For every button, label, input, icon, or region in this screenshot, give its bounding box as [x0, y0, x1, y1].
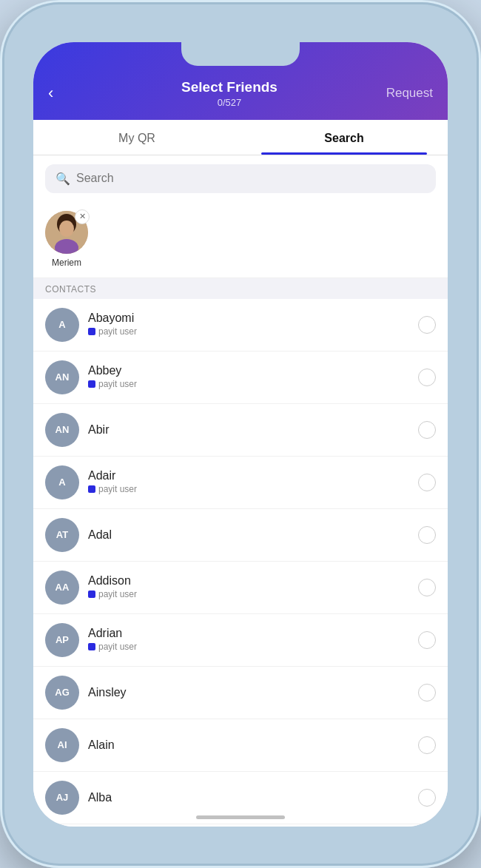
- contact-avatar: AA: [45, 571, 79, 605]
- contacts-list[interactable]: AAbayomipayit userANAbbeypayit userANAbi…: [33, 299, 448, 827]
- contact-name: Ainsley: [88, 686, 409, 699]
- contact-name: Adair: [88, 469, 409, 482]
- contact-select-radio[interactable]: [418, 421, 436, 439]
- contact-row[interactable]: APAdrianpayit user: [33, 614, 448, 667]
- payit-badge: payit user: [88, 589, 137, 599]
- payit-label: payit user: [98, 484, 137, 494]
- contact-avatar: AI: [45, 728, 79, 762]
- contact-select-radio[interactable]: [418, 369, 436, 386]
- payit-badge: payit user: [88, 379, 137, 389]
- contact-avatar: AG: [45, 676, 79, 710]
- contact-row[interactable]: AGAinsley: [33, 667, 448, 719]
- tab-my-qr[interactable]: My QR: [33, 120, 240, 155]
- payit-label: payit user: [98, 589, 137, 599]
- contact-avatar: AN: [45, 360, 79, 394]
- search-container: 🔍: [33, 155, 448, 202]
- contact-name: Adal: [88, 528, 409, 542]
- contact-select-radio[interactable]: [418, 474, 436, 491]
- contact-info: Adrianpayit user: [88, 627, 409, 653]
- payit-badge: payit user: [88, 642, 137, 652]
- contact-avatar: AN: [45, 413, 79, 447]
- payit-dot: [88, 643, 95, 650]
- contact-row[interactable]: AAbayomipayit user: [33, 299, 448, 351]
- contact-name: Abir: [88, 423, 409, 437]
- contacts-section-label: CONTACTS: [33, 278, 448, 299]
- payit-badge: payit user: [88, 484, 137, 494]
- contact-info: Addisonpayit user: [88, 574, 409, 601]
- contact-select-radio[interactable]: [418, 736, 436, 754]
- contact-info: Ainsley: [88, 686, 409, 699]
- contact-name: Abayomi: [88, 312, 409, 325]
- contact-avatar: A: [45, 465, 79, 499]
- payit-label: payit user: [98, 379, 137, 389]
- svg-point-2: [59, 221, 74, 237]
- contact-select-radio[interactable]: [418, 526, 436, 544]
- contact-name: Addison: [88, 574, 409, 588]
- remove-friend-button[interactable]: ✕: [75, 209, 90, 224]
- selected-friends-section: ✕ Meriem: [33, 202, 448, 278]
- contact-name: Alba: [88, 791, 409, 804]
- payit-label: payit user: [98, 326, 137, 337]
- selected-friend-item: ✕ Meriem: [45, 211, 88, 268]
- contact-avatar: A: [45, 308, 79, 342]
- payit-dot: [88, 380, 95, 388]
- back-button[interactable]: ‹: [48, 84, 78, 103]
- contact-avatar: AJ: [45, 781, 79, 815]
- search-input[interactable]: [76, 172, 426, 185]
- phone-shell: ‹ Select Friends 0/527 Request My QR Sea…: [0, 0, 481, 868]
- header-title: Select Friends: [78, 79, 381, 95]
- contact-name: Abbey: [88, 364, 409, 377]
- header-center: Select Friends 0/527: [78, 79, 381, 108]
- payit-dot: [88, 591, 95, 598]
- header-subtitle: 0/527: [78, 97, 381, 108]
- search-icon: 🔍: [56, 172, 70, 186]
- contact-select-radio[interactable]: [418, 316, 436, 334]
- search-bar: 🔍: [45, 164, 436, 193]
- payit-dot: [88, 328, 95, 335]
- contact-select-radio[interactable]: [418, 684, 436, 702]
- selected-friend-name: Meriem: [45, 258, 88, 268]
- home-indicator: [196, 815, 285, 819]
- contact-select-radio[interactable]: [418, 631, 436, 649]
- app-container: ‹ Select Friends 0/527 Request My QR Sea…: [33, 42, 448, 827]
- payit-dot: [88, 485, 95, 493]
- contact-info: Alain: [88, 739, 409, 752]
- contact-row[interactable]: ANAbbeypayit user: [33, 351, 448, 404]
- tab-search[interactable]: Search: [240, 120, 448, 155]
- contact-info: Alba: [88, 791, 409, 804]
- contact-name: Adrian: [88, 627, 409, 640]
- contact-row[interactable]: AIAlain: [33, 719, 448, 772]
- request-button[interactable]: Request: [381, 86, 433, 101]
- payit-badge: payit user: [88, 326, 137, 337]
- phone-screen: ‹ Select Friends 0/527 Request My QR Sea…: [33, 42, 448, 827]
- payit-label: payit user: [98, 642, 137, 652]
- tab-bar: My QR Search: [33, 120, 448, 155]
- contact-info: Abayomipayit user: [88, 312, 409, 338]
- contact-row[interactable]: AAdairpayit user: [33, 457, 448, 509]
- contact-row[interactable]: ATAdal: [33, 509, 448, 562]
- contact-info: Abbeypayit user: [88, 364, 409, 391]
- contact-name: Alain: [88, 739, 409, 752]
- contact-info: Abir: [88, 423, 409, 437]
- contact-avatar: AP: [45, 623, 79, 657]
- contact-row[interactable]: AAAddisonpayit user: [33, 562, 448, 614]
- contact-avatar: AT: [45, 518, 79, 552]
- contact-row[interactable]: ANAbir: [33, 404, 448, 457]
- notch: [181, 42, 300, 66]
- contact-info: Adairpayit user: [88, 469, 409, 496]
- contact-select-radio[interactable]: [418, 579, 436, 596]
- contact-select-radio[interactable]: [418, 789, 436, 807]
- contact-info: Adal: [88, 528, 409, 542]
- contact-row[interactable]: ACAlexpayit user: [33, 824, 448, 827]
